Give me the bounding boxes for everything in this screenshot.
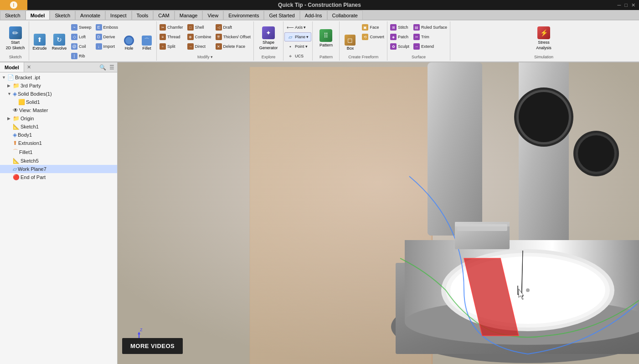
import-btn[interactable]: ↓ Import (94, 42, 120, 51)
revolve-btn[interactable]: ↻ Revolve (50, 23, 69, 52)
svg-point-15 (578, 135, 614, 172)
body1-icon: ◈ (13, 132, 17, 138)
tree-item-fillet1[interactable]: ⌒ Fillet1 (0, 147, 117, 157)
panel-search-btn[interactable]: 🔍 (99, 64, 106, 71)
tree-item-bracket[interactable]: ▼ 📄 Bracket .ipt (0, 73, 117, 82)
tab-cam[interactable]: CAM (153, 10, 174, 20)
axis-btn[interactable]: ⟵ Axis ▾ (284, 23, 312, 32)
shape-gen-icon: ✦ (262, 26, 275, 39)
stitch-btn[interactable]: ⊞ Stitch (388, 23, 411, 32)
emboss-icon: E (96, 24, 102, 31)
tab-model[interactable]: Model (26, 10, 50, 20)
3d-viewport[interactable]: Z X Y MORE VIDEOS (118, 62, 639, 364)
ucs-btn[interactable]: ⌖ UCS (284, 51, 312, 61)
ucs-icon: ⌖ (287, 53, 294, 59)
loft-btn[interactable]: ◇ Loft (69, 32, 93, 41)
combine-icon: ⊕ (187, 34, 194, 40)
tab-get-started[interactable]: Get Started (264, 10, 299, 20)
tree-item-view-master[interactable]: 👁 View: Master (0, 106, 117, 114)
emboss-btn[interactable]: E Emboss (94, 23, 120, 32)
tab-inspect[interactable]: Inspect (105, 10, 131, 20)
extrude-btn[interactable]: ⬆ Extrude (30, 23, 49, 52)
box-btn[interactable]: ◻ Box (340, 23, 360, 52)
tab-sketch2[interactable]: Sketch (50, 10, 75, 20)
fillet-btn[interactable]: ⌒ Fillet (138, 23, 155, 52)
plane-btn[interactable]: ▱ Plane ▾ (284, 32, 312, 41)
stitch-icon: ⊞ (390, 24, 397, 31)
delete-face-btn[interactable]: ✕ Delete Face (214, 42, 253, 51)
chamfer-btn[interactable]: ✂ Chamfer (158, 23, 185, 32)
combine-btn[interactable]: ⊕ Combine (186, 32, 213, 41)
draft-btn[interactable]: ◁ Draft (214, 23, 253, 32)
tab-collaborate[interactable]: Collaborate (327, 10, 363, 20)
origin-icon: 📁 (13, 115, 20, 122)
patch-icon: ◈ (390, 34, 397, 40)
shell-btn[interactable]: □ Shell (186, 23, 213, 32)
sculpt-btn[interactable]: ✿ Sculpt (388, 42, 411, 51)
pattern-btn[interactable]: ⠿ Pattern (314, 24, 337, 53)
sweep-btn[interactable]: ~ Sweep (69, 23, 93, 32)
thicken-offset-btn[interactable]: ⇈ Thicken/ Offset (214, 32, 253, 41)
tree-item-work-plane7[interactable]: ▱ Work Plane7 (0, 165, 117, 173)
split-btn[interactable]: ÷ Split (158, 42, 185, 51)
rib-btn[interactable]: | Rib (69, 51, 93, 61)
minimize-btn[interactable]: ─ (618, 2, 621, 8)
tree-item-3rdparty[interactable]: ▶ 📁 3rd Party (0, 82, 117, 90)
close-btn[interactable]: ✕ (631, 2, 635, 8)
direct-btn[interactable]: → Direct (186, 42, 213, 51)
model-tree: ▼ 📄 Bracket .ipt ▶ 📁 3rd Party ▼ ◈ Solid… (0, 72, 117, 364)
maximize-btn[interactable]: □ (624, 2, 628, 8)
tab-tools[interactable]: Tools (132, 10, 154, 20)
sculpt-icon: ✿ (390, 43, 397, 50)
derive-btn[interactable]: D Derive (94, 32, 120, 41)
stress-analysis-btn[interactable]: ⚡ StressAnalysis (531, 24, 557, 53)
tab-manage[interactable]: Manage (175, 10, 203, 20)
svg-rect-7 (428, 62, 482, 236)
face-btn[interactable]: ▣ Face (360, 23, 386, 32)
shape-generator-btn[interactable]: ✦ ShapeGenerator (256, 24, 281, 53)
ribbon-group-work-features: ⟵ Axis ▾ ▱ Plane ▾ • Point ▾ ⌖ UCS Work … (283, 21, 313, 61)
ribbon-group-simulation: ⚡ StressAnalysis Simulation (450, 21, 637, 61)
tab-view[interactable]: View (202, 10, 223, 20)
tree-item-extrusion1[interactable]: ⬆ Extrusion1 (0, 139, 117, 147)
chamfer-icon: ✂ (160, 24, 166, 31)
bracket-icon: 📄 (7, 74, 14, 81)
tab-addins[interactable]: Add-Ins (300, 10, 327, 20)
tree-item-solid-bodies[interactable]: ▼ ◈ Solid Bodies(1) (0, 90, 117, 98)
box-icon: ◻ (345, 35, 356, 46)
axis-icon: ⟵ (287, 24, 294, 31)
convert-btn[interactable]: ⟲ Convert (360, 32, 386, 41)
tree-item-end-of-part[interactable]: 🔴 End of Part (0, 173, 117, 181)
hole-btn[interactable]: Hole (120, 23, 138, 52)
ruled-surface-icon: ▤ (413, 24, 420, 31)
start-2d-sketch-btn[interactable]: ✏ Start2D Sketch (4, 24, 27, 53)
tree-item-sketch1[interactable]: 📐 Sketch1 (0, 123, 117, 131)
sketch-group-label: Sketch (9, 55, 22, 59)
coil-icon: @ (71, 43, 77, 50)
panel-menu-btn[interactable]: ☰ (108, 64, 115, 71)
face-icon: ▣ (362, 24, 368, 31)
more-videos-button[interactable]: MORE VIDEOS (122, 338, 183, 354)
tree-item-body1[interactable]: ◈ Body1 (0, 131, 117, 139)
trim-icon: ✂ (413, 34, 420, 40)
draft-icon: ◁ (216, 24, 222, 31)
tab-sketch[interactable]: Sketch (0, 10, 26, 20)
app-logo: I (0, 0, 27, 10)
simulation-group-label: Simulation (534, 55, 553, 59)
tree-item-sketch5[interactable]: 📐 Sketch5 (0, 157, 117, 165)
ribbon-group-surface: ⊞ Stitch ◈ Patch ✿ Sculpt ▤ Ruled Surfac… (387, 21, 450, 61)
tab-environments[interactable]: Environments (223, 10, 264, 20)
trim-btn[interactable]: ✂ Trim (412, 32, 449, 41)
tab-annotate[interactable]: Annotate (75, 10, 105, 20)
ruled-surface-btn[interactable]: ▤ Ruled Surface (412, 23, 449, 32)
extend-btn[interactable]: ↔ Extend (412, 42, 449, 51)
panel-tab-close[interactable]: ✕ (24, 62, 34, 72)
patch-btn[interactable]: ◈ Patch (388, 32, 411, 41)
panel-tab-model[interactable]: Model (0, 62, 24, 72)
tree-item-solid1[interactable]: 🟨 Solid1 (0, 98, 117, 106)
coil-btn[interactable]: @ Coil (69, 42, 93, 51)
point-btn[interactable]: • Point ▾ (284, 42, 312, 51)
ribbon-group-freeform: ◻ Box ▣ Face ⟲ Convert Create Freeform (340, 21, 387, 61)
tree-item-origin[interactable]: ▶ 📁 Origin (0, 114, 117, 123)
thread-btn[interactable]: ≡ Thread (158, 32, 185, 41)
